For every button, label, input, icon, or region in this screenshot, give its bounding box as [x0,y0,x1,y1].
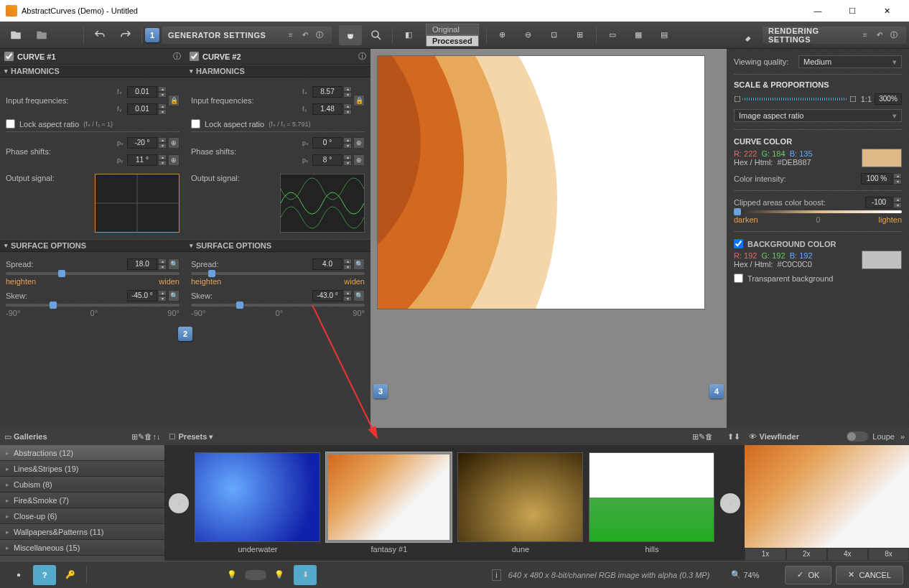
bulb-on-icon[interactable]: 💡 [268,565,291,585]
clipped-input[interactable]: -100 [865,197,892,208]
gallery-list[interactable]: Abstractions (12) Lines&Stripes (19) Cub… [0,445,164,561]
aspect-dropdown[interactable]: Image aspect ratio [734,109,902,122]
zoom-out-icon[interactable]: ⊖ [517,25,540,45]
transparent-bg-checkbox[interactable] [734,274,743,283]
preset-add-icon[interactable]: ⊞ [692,432,699,442]
cancel-button[interactable]: ✕ CANCEL [836,566,903,584]
close-button[interactable]: ✕ [870,1,903,21]
viewing-quality-dropdown[interactable]: Medium [798,55,902,68]
undo-button[interactable] [88,25,111,45]
curve-1-info-icon[interactable]: ⓘ [173,51,181,62]
brush-icon[interactable] [738,25,761,45]
gallery-item[interactable]: Abstractions (12) [0,445,164,461]
gal-delete-icon[interactable]: 🗑 [144,432,152,441]
open-button[interactable] [4,25,27,45]
spread-2-slider[interactable] [191,272,365,275]
gallery-item[interactable]: Animals (12) [0,556,164,561]
maximize-button[interactable]: ☐ [836,1,869,21]
redo-button[interactable] [114,25,137,45]
zoom-fit-icon[interactable]: ⊡ [543,25,566,45]
compare-button[interactable]: ◧ [397,25,420,45]
intensity-input[interactable]: 100 % [861,173,892,185]
py-input[interactable]: 11 ° [127,154,157,166]
preset-prev-button[interactable]: ‹ [169,493,189,513]
skew-2-slider[interactable] [191,304,365,307]
tab-processed[interactable]: Processed [426,35,479,47]
viewfinder-preview[interactable] [745,445,909,548]
curve-2-enable[interactable] [190,52,199,61]
ok-button[interactable]: ✓ OK [785,566,831,584]
rend-reset-icon[interactable]: ↶ [873,29,886,42]
fy-input[interactable]: 0.01 [127,103,157,115]
vf-expand-icon[interactable]: » [900,432,905,441]
px2-reset[interactable]: ⊕ [353,137,365,149]
lock-icon[interactable]: 🔒 [168,95,180,106]
skew-2-zoom[interactable]: 🔍 [353,290,365,302]
preset-underwater[interactable]: underwater [195,452,320,554]
zoom-value[interactable]: 300% [875,93,902,105]
zoom-2x[interactable]: 2x [786,548,827,561]
zoom-4x[interactable]: 4x [827,548,868,561]
curve-2-info-icon[interactable]: ⓘ [358,51,366,62]
info-icon[interactable]: i [492,569,500,581]
gen-menu-icon[interactable]: ≡ [284,29,297,42]
gen-info-icon[interactable]: ⓘ [313,29,326,42]
scale-slider[interactable] [742,98,847,101]
key-icon[interactable]: 🔑 [59,565,82,585]
preset-dune[interactable]: dune [457,452,583,554]
gallery-item[interactable]: Lines&Stripes (19) [0,461,164,477]
fy2-input[interactable]: 1.48 [312,103,342,115]
spread-1-slider[interactable] [6,272,180,275]
rend-menu-icon[interactable]: ≡ [859,29,872,42]
gen-reset-icon[interactable]: ↶ [299,29,312,42]
preset-export-icon[interactable]: ⬇ [734,432,740,442]
light-toggle[interactable] [245,570,266,580]
zoom-100-icon[interactable]: ⊞ [569,25,592,45]
fx2-input[interactable]: 8.57 [312,86,342,98]
preset-import-icon[interactable]: ⬆ [727,432,734,442]
bg-color-swatch[interactable] [862,251,902,269]
spread-2-zoom[interactable]: 🔍 [353,258,365,270]
px-reset[interactable]: ⊕ [168,137,180,149]
fx-input[interactable]: 0.01 [127,86,157,98]
lock2-icon[interactable]: 🔒 [353,95,365,106]
view1-icon[interactable]: ▭ [601,25,624,45]
gallery-item[interactable]: Miscellaneous (15) [0,540,164,556]
gallery-item[interactable]: Cubism (8) [0,477,164,493]
curve-1-enable[interactable] [4,52,14,61]
hand-tool[interactable] [339,25,362,45]
zoom-tool[interactable] [365,25,388,45]
bulb-off-icon[interactable]: 💡 [220,565,243,585]
preset-fantasy-1[interactable]: fantasy #1 [326,452,452,554]
view2-icon[interactable]: ▦ [627,25,650,45]
px2-input[interactable]: 0 ° [312,137,342,149]
help-icon[interactable]: ? [33,565,56,585]
gallery-item[interactable]: Wallpapers&Patterns (11) [0,524,164,540]
tab-original[interactable]: Original [426,24,479,35]
gallery-item[interactable]: Fire&Smoke (7) [0,493,164,508]
py2-input[interactable]: 8 ° [312,154,342,166]
preset-edit-icon[interactable]: ✎ [699,432,705,442]
spread-1-zoom[interactable]: 🔍 [168,258,180,270]
spread-2-input[interactable]: 4.0 [312,258,342,270]
skew-1-slider[interactable] [6,304,180,307]
rend-info-icon[interactable]: ⓘ [887,29,900,42]
gallery-item[interactable]: Close-up (6) [0,508,164,524]
download-icon[interactable]: ⬇ [294,565,317,585]
gal-edit-icon[interactable]: ✎ [138,432,144,442]
zoom-8x[interactable]: 8x [868,548,909,561]
bg-color-enable[interactable] [734,239,743,248]
lock-aspect-2-checkbox[interactable] [191,119,200,129]
skew-1-input[interactable]: -45.0 ° [127,290,157,302]
zoom-1x[interactable]: 1x [745,548,786,561]
preset-hills[interactable]: hills [589,452,714,554]
preset-next-button[interactable]: › [720,493,740,513]
gal-add-icon[interactable]: ⊞ [131,432,138,442]
curve-color-swatch[interactable] [862,149,902,167]
lock-aspect-checkbox[interactable] [6,119,15,129]
skew-1-zoom[interactable]: 🔍 [168,290,180,302]
clipped-slider[interactable] [734,210,902,213]
py2-reset[interactable]: ⊕ [353,154,365,166]
settings-icon[interactable] [7,565,30,585]
save-button[interactable] [56,25,79,45]
